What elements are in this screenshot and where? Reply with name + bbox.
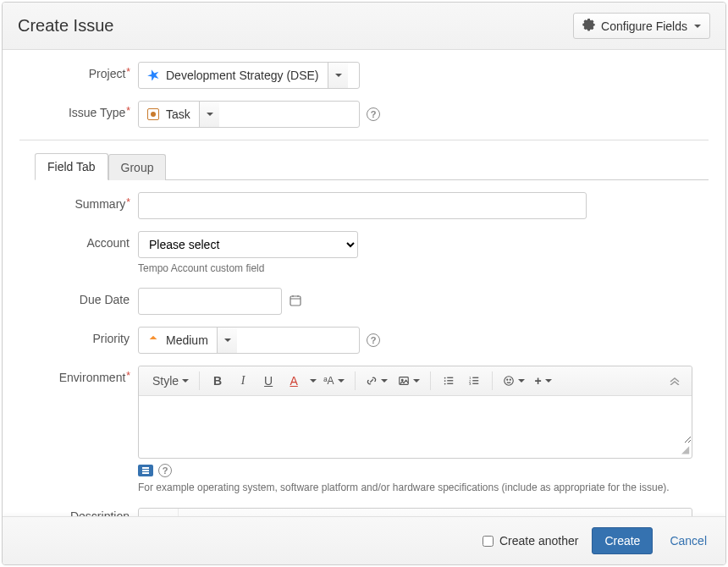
summary-input[interactable] <box>138 192 587 219</box>
svg-rect-6 <box>447 377 453 378</box>
chevron-down-icon <box>224 339 231 342</box>
create-another-checkbox[interactable]: Create another <box>479 533 578 549</box>
image-icon[interactable] <box>394 370 423 392</box>
label-project: Project <box>19 62 138 80</box>
svg-point-2 <box>401 380 403 382</box>
label-issue-type: Issue Type <box>19 101 138 119</box>
tab-group[interactable]: Group <box>108 154 167 180</box>
project-caret[interactable] <box>328 63 348 88</box>
create-issue-dialog: Create Issue Configure Fields Project <box>2 2 726 565</box>
numbered-list-icon[interactable]: 123 <box>463 370 485 392</box>
row-priority: Priority Medium ? <box>19 327 709 354</box>
row-account: Account Please select Tempo Account cust… <box>19 231 709 276</box>
svg-point-3 <box>444 377 445 379</box>
chevron-down-icon <box>182 379 189 383</box>
italic-icon[interactable]: I <box>232 370 254 392</box>
bold-icon[interactable]: B <box>207 370 229 392</box>
toolbar-separator <box>355 372 356 390</box>
account-hint: Tempo Account custom field <box>138 261 264 276</box>
svg-rect-8 <box>447 383 453 384</box>
svg-text:3: 3 <box>468 383 471 387</box>
rte-toolbar: Style B I U A ªA <box>139 366 692 396</box>
row-summary: Summary <box>19 192 709 219</box>
chevron-down-icon <box>335 74 342 77</box>
chevron-down-icon <box>381 379 388 383</box>
environment-editor: Style B I U A ªA <box>138 366 692 459</box>
toolbar-separator <box>430 372 431 390</box>
issue-type-select[interactable]: Task <box>138 101 360 128</box>
insert-more-icon[interactable]: + <box>532 370 555 392</box>
chevron-down-icon <box>338 379 345 383</box>
dialog-title: Create Issue <box>18 16 113 36</box>
issue-type-value: Task <box>166 107 190 121</box>
fullscreen-icon[interactable] <box>138 465 153 476</box>
bullet-list-icon[interactable] <box>438 370 460 392</box>
due-date-input[interactable] <box>138 288 282 315</box>
description-editor-cut: ··· · <box>138 508 692 516</box>
configure-fields-button[interactable]: Configure Fields <box>573 13 710 39</box>
toolbar-separator <box>178 508 179 516</box>
configure-fields-label: Configure Fields <box>601 19 687 33</box>
label-environment: Environment <box>19 366 138 384</box>
row-project: Project Development Strategy (DSE) <box>19 62 709 89</box>
calendar-icon[interactable] <box>289 294 302 310</box>
dialog-header: Create Issue Configure Fields <box>3 3 725 50</box>
chevron-down-icon <box>310 379 317 383</box>
resize-handle[interactable]: ◢ <box>139 443 692 458</box>
task-icon <box>147 108 159 120</box>
project-value: Development Strategy (DSE) <box>166 69 319 82</box>
svg-rect-0 <box>290 296 301 306</box>
svg-rect-13 <box>472 381 478 382</box>
gear-icon <box>582 18 596 34</box>
dialog-body: Project Development Strategy (DSE) <box>3 50 725 516</box>
dialog-footer: Create another Create Cancel <box>3 516 725 564</box>
field-tabs: Field Tab Group <box>35 152 709 180</box>
help-icon[interactable]: ? <box>367 333 380 347</box>
rte-style-button[interactable]: Style <box>149 370 192 392</box>
tab-field-tab[interactable]: Field Tab <box>35 153 108 180</box>
underline-icon[interactable]: U <box>257 370 279 392</box>
chevron-down-icon <box>694 25 701 28</box>
project-select[interactable]: Development Strategy (DSE) <box>138 62 360 89</box>
rte-style-label: Style <box>152 374 179 388</box>
rte-toolbar-description: ··· · <box>139 509 692 516</box>
bold-icon[interactable]: · <box>185 508 207 516</box>
chevron-down-icon <box>518 379 525 383</box>
svg-rect-12 <box>472 377 478 378</box>
issue-type-caret[interactable] <box>199 102 219 127</box>
create-another-label: Create another <box>499 534 578 548</box>
chevron-down-icon <box>545 379 552 383</box>
help-icon[interactable]: ? <box>158 464 172 477</box>
label-due-date: Due Date <box>19 288 138 306</box>
more-format-icon[interactable]: ªA <box>320 370 347 392</box>
emoji-icon[interactable] <box>499 370 528 392</box>
toolbar-separator <box>199 372 200 390</box>
text-color-icon[interactable]: A <box>283 370 305 392</box>
rte-style-button[interactable]: ··· <box>149 508 171 516</box>
label-priority: Priority <box>19 327 138 345</box>
toolbar-separator <box>492 372 493 390</box>
priority-caret[interactable] <box>217 328 237 353</box>
row-description: Description ··· · <box>19 508 709 516</box>
svg-point-17 <box>510 380 510 381</box>
link-icon[interactable] <box>362 370 391 392</box>
row-issue-type: Issue Type Task ? <box>19 101 709 128</box>
environment-hint: For example operating system, software p… <box>138 481 670 495</box>
project-icon <box>147 69 159 83</box>
cancel-button[interactable]: Cancel <box>666 529 710 553</box>
help-icon[interactable]: ? <box>367 107 380 121</box>
label-summary: Summary <box>19 192 138 211</box>
row-due-date: Due Date <box>19 288 709 315</box>
priority-value: Medium <box>166 333 208 347</box>
label-description: Description <box>19 508 138 516</box>
environment-textarea[interactable] <box>139 396 692 443</box>
label-account: Account <box>19 231 138 250</box>
account-select[interactable]: Please select <box>138 231 358 258</box>
svg-point-15 <box>504 377 513 386</box>
priority-select[interactable]: Medium <box>138 327 360 354</box>
collapse-toolbar-icon[interactable] <box>668 374 687 388</box>
svg-rect-7 <box>447 381 453 382</box>
create-button[interactable]: Create <box>592 527 653 554</box>
chevron-down-icon <box>413 379 420 383</box>
create-another-input[interactable] <box>483 536 494 547</box>
